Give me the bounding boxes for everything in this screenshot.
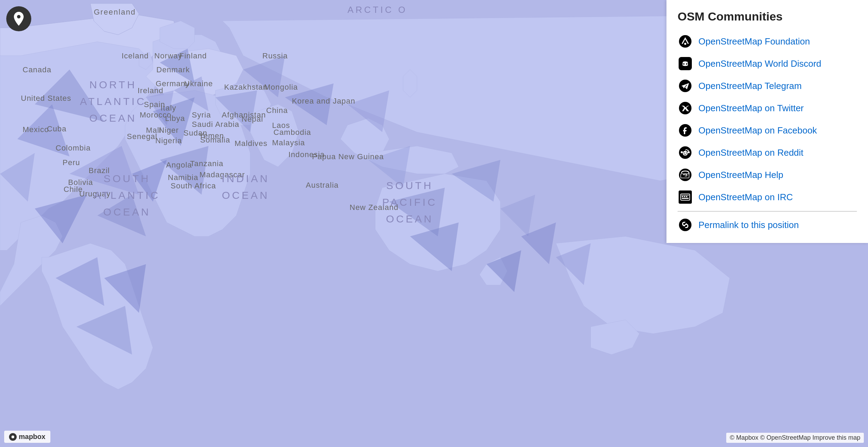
svg-point-56 <box>11 436 14 438</box>
reddit-icon <box>678 145 693 160</box>
twitter-icon <box>678 100 693 116</box>
svg-rect-52 <box>682 198 689 199</box>
communities-panel: OSM Communities OpenStreetMap Foundation <box>666 0 868 243</box>
discord-link[interactable]: OpenStreetMap World Discord <box>698 58 821 69</box>
svg-point-37 <box>687 150 689 151</box>
telegram-icon <box>678 78 693 94</box>
community-item-reddit: OpenStreetMap on Reddit <box>678 141 857 164</box>
facebook-link[interactable]: OpenStreetMap on Facebook <box>698 125 817 136</box>
community-item-telegram: OpenStreetMap Telegram <box>678 75 857 97</box>
community-item-permalink: Permalink to this position <box>678 211 857 236</box>
mapbox-label: mapbox <box>19 433 46 441</box>
svg-point-29 <box>684 43 686 45</box>
help-link[interactable]: OpenStreetMap Help <box>698 170 783 180</box>
foundation-icon <box>678 34 693 49</box>
map-container: Greenland Iceland Norway Finland Russia … <box>0 0 868 447</box>
irc-link[interactable]: OpenStreetMap on IRC <box>698 192 793 203</box>
community-item-foundation: OpenStreetMap Foundation <box>678 30 857 52</box>
svg-rect-50 <box>684 196 685 197</box>
discord-icon <box>678 56 693 71</box>
svg-rect-51 <box>686 196 687 197</box>
svg-point-40 <box>686 153 687 154</box>
attribution: © Mapbox © OpenStreetMap Improve this ma… <box>726 433 864 443</box>
reddit-link[interactable]: OpenStreetMap on Reddit <box>698 147 803 158</box>
facebook-icon <box>678 123 693 138</box>
community-item-help: OpenStreetMap Help <box>678 164 857 186</box>
svg-point-28 <box>679 35 691 48</box>
community-list: OpenStreetMap Foundation OpenStreetMap W… <box>678 30 857 236</box>
svg-point-32 <box>686 63 687 65</box>
twitter-link[interactable]: OpenStreetMap on Twitter <box>698 103 804 114</box>
community-item-irc: OpenStreetMap on IRC <box>678 186 857 208</box>
irc-icon <box>678 189 693 205</box>
svg-rect-49 <box>682 196 683 197</box>
permalink-icon <box>678 217 693 233</box>
community-item-discord: OpenStreetMap World Discord <box>678 52 857 75</box>
svg-point-31 <box>683 63 685 65</box>
telegram-link[interactable]: OpenStreetMap Telegram <box>698 81 802 91</box>
permalink-link[interactable]: Permalink to this position <box>698 220 799 230</box>
osm-logo[interactable] <box>6 6 31 31</box>
panel-title: OSM Communities <box>678 10 857 23</box>
svg-point-41 <box>681 151 683 153</box>
community-item-facebook: OpenStreetMap on Facebook <box>678 119 857 141</box>
svg-point-45 <box>685 176 686 177</box>
help-icon <box>678 167 693 182</box>
community-item-twitter: OpenStreetMap on Twitter <box>678 97 857 119</box>
svg-point-39 <box>684 153 685 154</box>
mapbox-logo: mapbox <box>4 431 50 443</box>
attribution-text: © Mapbox © OpenStreetMap Improve this ma… <box>730 434 860 441</box>
svg-point-42 <box>688 151 690 153</box>
foundation-link[interactable]: OpenStreetMap Foundation <box>698 36 810 47</box>
